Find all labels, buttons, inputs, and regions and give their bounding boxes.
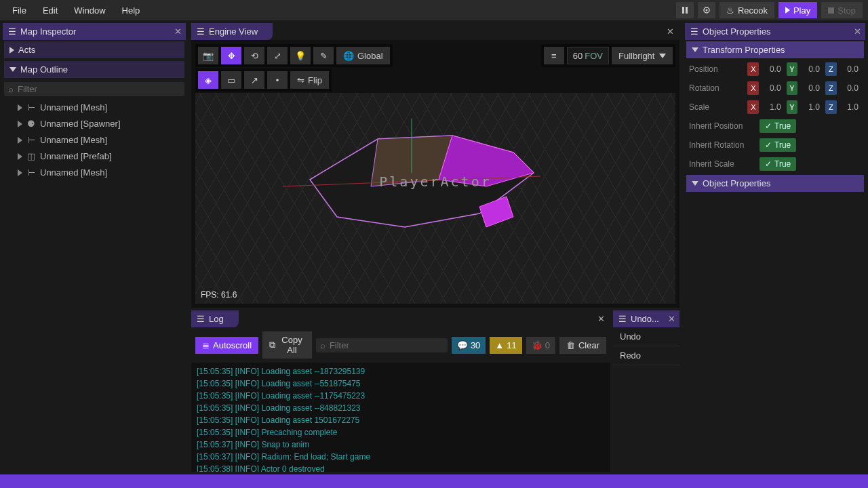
svg-rect-1 — [686, 7, 688, 14]
render-mode-select[interactable]: Fullbright — [612, 47, 673, 64]
check-icon: ✓ — [765, 121, 772, 131]
info-count-badge[interactable]: 💬 30 — [452, 337, 486, 354]
close-icon[interactable]: ✕ — [592, 310, 610, 327]
flame-icon: ♨ — [726, 5, 734, 16]
log-filter-input[interactable] — [330, 340, 443, 350]
menu-file[interactable]: File — [5, 3, 33, 18]
error-count-badge[interactable]: 🐞 0 — [526, 337, 555, 354]
log-line: [15:05:35] [INFO] Loading asset --848821… — [197, 402, 605, 414]
inherit-rotation-toggle[interactable]: ✓True — [760, 138, 796, 152]
bug-icon: 🐞 — [532, 340, 542, 350]
viewport-3d[interactable]: PlayerActor FPS: 61.6 — [195, 93, 675, 304]
properties-panel: ☰ Object Properties ✕ Transform Properti… — [682, 20, 868, 474]
outline-item[interactable]: ⊢Unnamed [Mesh] — [4, 132, 184, 148]
trash-icon: 🗑 — [566, 340, 575, 350]
close-icon[interactable]: ✕ — [854, 26, 861, 37]
undo-panel: ☰ Undo... ✕ Undo Redo — [613, 310, 679, 472]
menu-window[interactable]: Window — [67, 3, 112, 18]
flip-button[interactable]: ⇋ Flip — [290, 71, 329, 89]
type-icon: ⊢ — [26, 167, 36, 178]
scale-x[interactable]: 1.0 — [762, 100, 783, 114]
chevron-right-icon — [9, 47, 14, 54]
panel-icon: ☰ — [618, 314, 627, 324]
position-z[interactable]: 0.0 — [840, 62, 861, 76]
position-y[interactable]: 0.0 — [800, 62, 822, 76]
select-mode-3[interactable]: ↗ — [244, 71, 264, 89]
log-title: ☰ Log — [191, 310, 239, 327]
item-label: Unnamed [Mesh] — [40, 167, 107, 178]
close-icon[interactable]: ✕ — [174, 26, 182, 37]
svg-rect-0 — [682, 7, 684, 14]
scale-tool[interactable]: ⤢ — [267, 47, 288, 64]
copy-all-button[interactable]: ⧉ Copy All — [262, 331, 312, 359]
outline-item[interactable]: ⊢Unnamed [Mesh] — [4, 100, 184, 115]
menu-edit[interactable]: Edit — [36, 3, 64, 18]
chevron-down-icon — [692, 181, 698, 186]
item-label: Unnamed [Prefab] — [40, 151, 112, 161]
outline-item[interactable]: ⚈Unnamed [Spawner] — [4, 116, 184, 131]
redo-item[interactable]: Redo — [613, 346, 679, 365]
menu-help[interactable]: Help — [115, 3, 147, 18]
undo-item[interactable]: Undo — [613, 327, 679, 346]
fps-counter: FPS: 61.6 — [201, 290, 237, 300]
close-icon[interactable]: ✕ — [668, 314, 675, 324]
move-tool[interactable]: ✥ — [221, 47, 241, 64]
record-button[interactable] — [698, 2, 715, 18]
log-line: [15:05:35] [INFO] Loading asset --551875… — [197, 378, 605, 390]
rotation-x[interactable]: 0.0 — [762, 81, 783, 95]
autoscroll-button[interactable]: ≣ Autoscroll — [195, 337, 258, 354]
chevron-right-icon — [18, 104, 22, 111]
globe-icon: 🌐 — [343, 51, 354, 61]
log-output[interactable]: [15:05:35] [INFO] Loading asset --187329… — [191, 363, 610, 472]
search-icon: ⌕ — [8, 84, 14, 94]
chevron-down-icon — [692, 47, 698, 52]
status-bar — [0, 474, 868, 488]
recook-button[interactable]: ♨ Recook — [719, 2, 774, 18]
scale-y[interactable]: 1.0 — [800, 100, 822, 114]
panel-icon: ☰ — [690, 26, 698, 37]
check-icon: ✓ — [765, 140, 772, 150]
fov-input[interactable]: 60 FOV — [567, 47, 609, 64]
camera-tool[interactable]: 📷 — [198, 47, 218, 64]
warn-count-badge[interactable]: ▲ 11 — [490, 337, 521, 354]
chevron-right-icon — [18, 169, 22, 176]
select-mode-1[interactable]: ◈ — [198, 71, 218, 89]
filter-input[interactable] — [18, 84, 180, 94]
log-line: [15:05:35] [INFO] Loading asset --187329… — [197, 365, 605, 378]
rotation-z[interactable]: 0.0 — [840, 81, 861, 95]
transform-section[interactable]: Transform Properties — [686, 41, 864, 58]
position-row: Position X0.0 Y0.0 Z0.0 — [685, 60, 865, 79]
light-tool[interactable]: 💡 — [290, 47, 311, 64]
select-mode-2[interactable]: ▭ — [221, 71, 241, 89]
outline-item[interactable]: ⊢Unnamed [Mesh] — [4, 165, 184, 180]
acts-section[interactable]: Acts — [4, 41, 184, 58]
view-menu[interactable]: ≡ — [544, 47, 564, 64]
rotation-y[interactable]: 0.0 — [800, 81, 822, 95]
close-icon[interactable]: ✕ — [661, 23, 679, 40]
rotate-tool[interactable]: ⟲ — [244, 47, 264, 64]
global-toggle[interactable]: 🌐 Global — [336, 47, 390, 64]
object-props-section[interactable]: Object Properties — [686, 175, 864, 192]
type-icon: ⊢ — [26, 135, 36, 145]
copy-icon: ⧉ — [269, 340, 275, 350]
clear-button[interactable]: 🗑 Clear — [559, 337, 606, 354]
play-icon — [785, 7, 790, 14]
pause-button[interactable] — [676, 2, 694, 18]
stop-button[interactable]: Stop — [821, 2, 863, 18]
outline-filter[interactable]: ⌕ — [4, 82, 184, 96]
scale-z[interactable]: 1.0 — [840, 100, 861, 114]
play-button[interactable]: Play — [778, 2, 817, 18]
menubar: File Edit Window Help ♨ Recook Play Stop — [0, 0, 868, 20]
inherit-scale-toggle[interactable]: ✓True — [760, 157, 796, 171]
edit-tool[interactable]: ✎ — [313, 47, 334, 64]
chevron-down-icon — [9, 67, 16, 72]
log-filter[interactable]: ⌕ — [316, 338, 448, 352]
select-mode-4[interactable]: • — [267, 71, 288, 89]
chevron-down-icon — [659, 54, 666, 58]
outline-item[interactable]: ◫Unnamed [Prefab] — [4, 148, 184, 164]
inherit-position-toggle[interactable]: ✓True — [760, 119, 796, 133]
log-line: [15:05:35] [INFO] Loading asset --117547… — [197, 390, 605, 402]
position-x[interactable]: 0.0 — [762, 62, 783, 76]
outline-section[interactable]: Map Outline — [4, 61, 184, 78]
scale-row: Scale X1.0 Y1.0 Z1.0 — [685, 98, 865, 117]
